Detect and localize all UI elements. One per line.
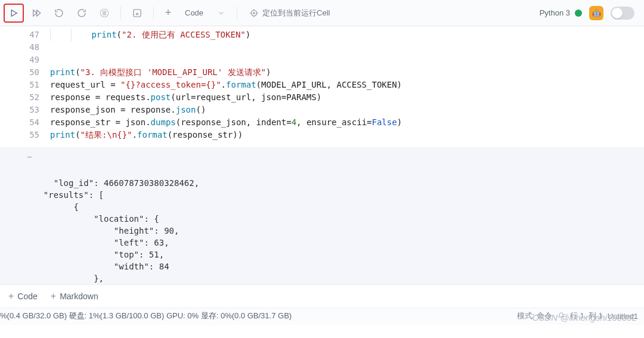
kernel-name: Python 3 [540, 8, 570, 17]
output-text: "log_id": 466078730380328462, "results":… [33, 178, 230, 284]
line-number: 55 [0, 129, 50, 141]
add-markdown-cell-button[interactable]: + Markdown [51, 291, 98, 302]
interrupt-button[interactable] [94, 4, 114, 23]
line-content: print("结果:\n{}".format(response_str)) [50, 129, 243, 141]
toolbar-separator [153, 7, 154, 20]
resource-usage: %(0.4 GB/32.0 GB) 硬盘: 1%(1.3 GB/100.0 GB… [0, 311, 292, 321]
line-number: 48 [0, 41, 50, 54]
toolbar-separator [237, 7, 237, 20]
editor-mode: 模式: 命令 [517, 311, 552, 321]
bell-icon[interactable] [557, 312, 565, 320]
code-line[interactable]: 52response = requests.post(url=request_u… [0, 91, 644, 104]
code-editor[interactable]: 47 print("2. 使用已有 ACCESS_TOKEN")484950pr… [0, 26, 644, 141]
cell-type-label: Code [185, 8, 203, 17]
line-content: print("2. 使用已有 ACCESS_TOKEN") [50, 29, 250, 41]
add-markdown-label: Markdown [60, 292, 98, 301]
svg-point-3 [100, 9, 109, 17]
plus-icon: + [51, 291, 56, 302]
svg-marker-0 [11, 10, 17, 16]
line-content: request_url = "{}?access_token={}".forma… [50, 79, 402, 91]
code-line[interactable]: 47 print("2. 使用已有 ACCESS_TOKEN") [0, 29, 644, 41]
kernel-indicator[interactable]: Python 3 [540, 8, 582, 17]
add-cell-bar: + Code + Markdown [0, 284, 644, 308]
restart-kernel-button[interactable] [49, 4, 69, 23]
line-number: 51 [0, 79, 50, 91]
line-content: response = requests.post(url=request_url… [50, 91, 321, 104]
save-button[interactable] [127, 4, 147, 23]
locate-running-cell-button[interactable]: 定位到当前运行Cell [249, 8, 330, 18]
toolbar-separator [120, 7, 121, 20]
code-line[interactable]: 50print("3. 向模型接口 'MODEL_API_URL' 发送请求") [0, 66, 644, 79]
line-number: 47 [0, 29, 50, 41]
line-content: response_str = json.dumps(response_json,… [50, 116, 402, 129]
line-content: response_json = response.json() [50, 104, 206, 116]
line-number: 50 [0, 66, 50, 79]
add-code-cell-button[interactable]: + Code [8, 291, 38, 302]
notebook-filename: Untitled1 [608, 312, 638, 321]
assistant-icon[interactable]: 🤖 [589, 6, 603, 20]
target-icon [249, 8, 259, 18]
plus-icon: + [8, 291, 14, 302]
svg-rect-4 [103, 11, 104, 15]
line-number: 54 [0, 116, 50, 129]
code-line[interactable]: 51request_url = "{}?access_token={}".for… [0, 79, 644, 91]
svg-point-7 [137, 13, 138, 15]
svg-point-8 [251, 10, 256, 15]
svg-rect-5 [105, 11, 106, 15]
cell-output: – "log_id": 466078730380328462, "results… [0, 147, 644, 284]
toolbar: + Code 定位到当前运行Cell Python 3 🤖 [0, 0, 644, 26]
status-bar: %(0.4 GB/32.0 GB) 硬盘: 1%(1.3 GB/100.0 GB… [0, 308, 644, 325]
locate-label: 定位到当前运行Cell [262, 8, 330, 18]
output-collapse-handle[interactable]: – [27, 151, 32, 163]
code-line[interactable]: 54response_str = json.dumps(response_jso… [0, 116, 644, 129]
code-line[interactable]: 48 [0, 41, 644, 54]
run-all-button[interactable] [26, 4, 47, 23]
mode-toggle[interactable] [611, 7, 634, 20]
cursor-position: 行 1, 列 1 [570, 311, 603, 321]
code-line[interactable]: 55print("结果:\n{}".format(response_str)) [0, 129, 644, 141]
chevron-down-icon [218, 10, 225, 17]
svg-point-9 [253, 12, 255, 14]
svg-marker-1 [33, 10, 37, 16]
cell-type-select[interactable]: Code [179, 6, 231, 20]
code-line[interactable]: 49 [0, 54, 644, 66]
add-cell-button[interactable]: + [160, 7, 177, 19]
kernel-status-dot [575, 10, 582, 17]
code-line[interactable]: 53response_json = response.json() [0, 104, 644, 116]
line-number: 53 [0, 104, 50, 116]
restart-run-all-button[interactable] [72, 4, 92, 23]
line-content: print("3. 向模型接口 'MODEL_API_URL' 发送请求") [50, 66, 271, 79]
add-code-label: Code [17, 292, 37, 301]
run-cell-button[interactable] [4, 4, 24, 23]
line-number: 52 [0, 91, 50, 104]
line-number: 49 [0, 54, 50, 66]
